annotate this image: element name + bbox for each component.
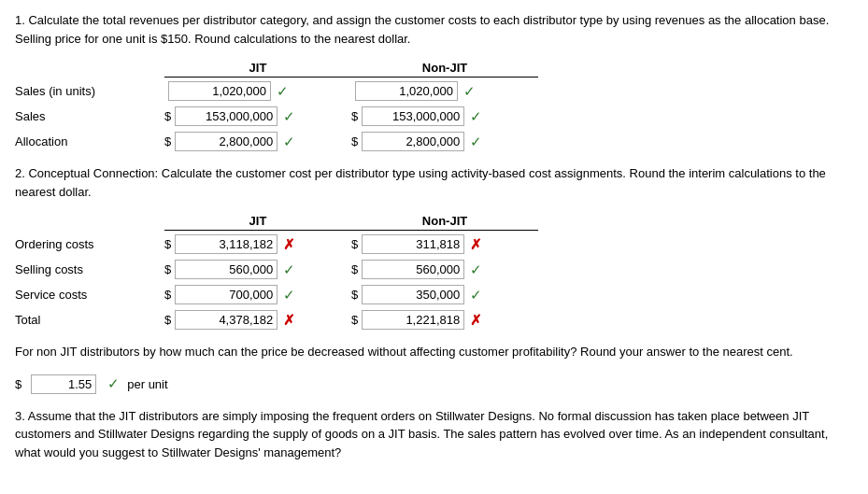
q1-prefix1-sales: $: [164, 109, 171, 123]
q2-input-jit-ordering[interactable]: [175, 234, 277, 254]
q1-cell-jit-sales: $ ✓: [164, 106, 351, 126]
q2-row-ordering: Ordering costs $ ✗ $ ✗: [15, 234, 853, 254]
q1-label-sales-units: Sales (in units): [15, 84, 164, 98]
q1-check2-sales: ✓: [470, 108, 482, 125]
q2-prefix2-total: $: [351, 313, 358, 327]
per-unit-input[interactable]: [31, 374, 96, 394]
q2-input-jit-service[interactable]: [175, 285, 277, 304]
q2-check1-selling: ✓: [283, 261, 295, 278]
q1-table: JIT Non-JIT Sales (in units) ✓ ✓ Sales $…: [15, 61, 853, 151]
per-unit-label: per unit: [127, 377, 167, 391]
q1-row-allocation: Allocation $ ✓ $ ✓: [15, 132, 853, 151]
q1-check1-sales-units: ✓: [277, 83, 289, 100]
q1-col-headers: JIT Non-JIT: [164, 61, 853, 78]
q2-para-text: For non JIT distributors by how much can…: [15, 345, 793, 359]
q2-cell-jit-selling: $ ✓: [164, 260, 351, 279]
q2-input-nonjit-total[interactable]: [362, 310, 464, 330]
q2-prefix1-total: $: [164, 313, 171, 327]
q2-row-selling: Selling costs $ ✓ $ ✓: [15, 260, 853, 279]
q2-table: JIT Non-JIT Ordering costs $ ✗ $ ✗ Selli…: [15, 214, 853, 330]
q1-input-jit-sales-units[interactable]: [168, 81, 271, 101]
q2-para: For non JIT distributors by how much can…: [15, 343, 853, 361]
q2-cell-nonjit-ordering: $ ✗: [351, 234, 538, 254]
q1-input-nonjit-sales-units[interactable]: [355, 81, 458, 101]
q2-row-service: Service costs $ ✓ $ ✓: [15, 285, 853, 304]
q2-row-total: Total $ ✗ $ ✗: [15, 310, 853, 330]
q1-description: 1. Calculate the total revenues per dist…: [15, 13, 829, 46]
q1-col1-header: JIT: [164, 61, 351, 78]
per-unit-check: ✓: [107, 375, 120, 392]
q1-label-sales: Sales: [15, 109, 164, 123]
q1-cell-nonjit-allocation: $ ✓: [351, 132, 538, 151]
q1-cell-nonjit-sales-units: ✓: [351, 81, 538, 101]
q2-cell-nonjit-selling: $ ✓: [351, 260, 538, 279]
q2-label-ordering: Ordering costs: [15, 237, 164, 251]
per-unit-dollar: $: [15, 377, 21, 391]
q1-cell-jit-allocation: $ ✓: [164, 132, 351, 151]
q2-x1-total: ✗: [283, 312, 295, 329]
q2-prefix1-service: $: [164, 288, 171, 302]
q1-col2-header: Non-JIT: [351, 61, 538, 78]
q2-check2-service: ✓: [470, 287, 482, 303]
q2-input-nonjit-service[interactable]: [362, 285, 464, 304]
q1-check1-sales: ✓: [283, 108, 295, 125]
q2-x1-ordering: ✗: [283, 236, 295, 253]
q1-input-jit-allocation[interactable]: [175, 132, 277, 151]
q2-prefix2-service: $: [351, 288, 358, 302]
q1-input-nonjit-allocation[interactable]: [362, 132, 464, 151]
q1-prefix2-sales: $: [351, 109, 358, 123]
q1-check2-sales-units: ✓: [463, 83, 476, 100]
q2-input-nonjit-selling[interactable]: [362, 260, 464, 279]
q2-check2-selling: ✓: [470, 261, 482, 278]
q2-x2-total: ✗: [470, 312, 482, 329]
q2-cell-jit-service: $ ✓: [164, 285, 351, 304]
q3-description: 3. Assume that the JIT distributors are …: [15, 409, 828, 459]
q2-text: 2. Conceptual Connection: Calculate the …: [15, 164, 853, 201]
q3-text-block: 3. Assume that the JIT distributors are …: [15, 407, 853, 462]
q1-check1-allocation: ✓: [283, 134, 295, 150]
q2-col2-header: Non-JIT: [351, 214, 538, 231]
q1-text: 1. Calculate the total revenues per dist…: [15, 11, 853, 48]
q2-cell-nonjit-service: $ ✓: [351, 285, 538, 304]
q2-check1-service: ✓: [283, 287, 295, 303]
q2-label-service: Service costs: [15, 288, 164, 302]
q2-input-jit-total[interactable]: [175, 310, 277, 330]
q1-prefix2-allocation: $: [351, 134, 358, 148]
q2-cell-nonjit-total: $ ✗: [351, 310, 538, 330]
q2-input-jit-selling[interactable]: [175, 260, 277, 279]
q2-prefix1-ordering: $: [164, 237, 171, 251]
q1-check2-allocation: ✓: [470, 134, 482, 150]
q2-cell-jit-ordering: $ ✗: [164, 234, 351, 254]
q2-label-selling: Selling costs: [15, 262, 164, 276]
q2-prefix2-selling: $: [351, 262, 358, 276]
q2-col1-header: JIT: [164, 214, 351, 231]
q2-cell-jit-total: $ ✗: [164, 310, 351, 330]
q1-input-nonjit-sales[interactable]: [362, 106, 464, 126]
q2-prefix1-selling: $: [164, 262, 171, 276]
q2-label-total: Total: [15, 313, 164, 327]
q2-description: 2. Conceptual Connection: Calculate the …: [15, 166, 826, 199]
per-unit-row: $ ✓ per unit: [15, 374, 853, 394]
q1-input-jit-sales[interactable]: [175, 106, 277, 126]
q1-prefix1-allocation: $: [164, 134, 171, 148]
q2-col-headers: JIT Non-JIT: [164, 214, 853, 231]
q1-cell-jit-sales-units: ✓: [164, 81, 351, 101]
q1-label-allocation: Allocation: [15, 134, 164, 148]
q1-row-sales: Sales $ ✓ $ ✓: [15, 106, 853, 126]
q2-x2-ordering: ✗: [470, 236, 482, 253]
q1-row-sales-units: Sales (in units) ✓ ✓: [15, 81, 853, 101]
q2-prefix2-ordering: $: [351, 237, 358, 251]
q2-input-nonjit-ordering[interactable]: [362, 234, 464, 254]
q1-cell-nonjit-sales: $ ✓: [351, 106, 538, 126]
